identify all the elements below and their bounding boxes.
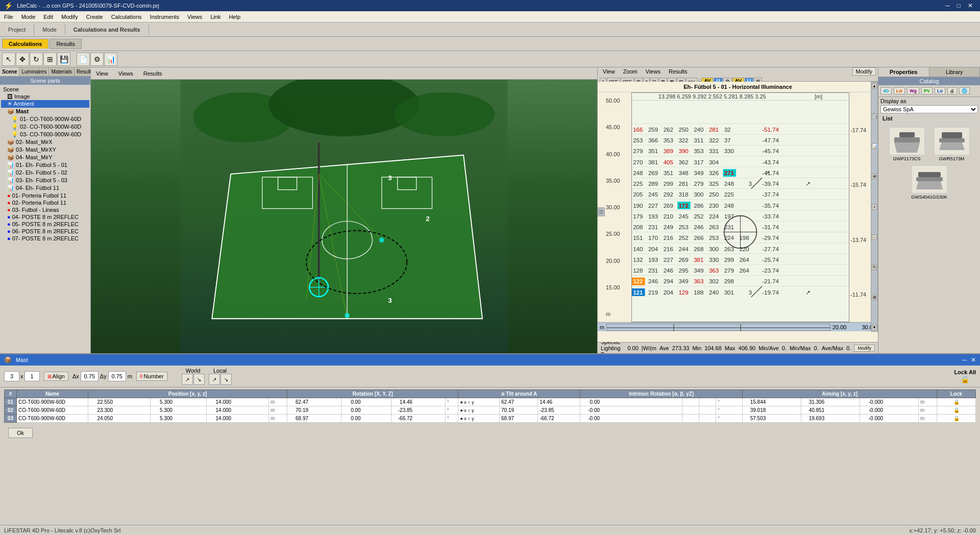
row-1-name-input[interactable] <box>18 399 85 405</box>
local-icon-1[interactable]: ↗ <box>209 374 220 385</box>
tree-co-t600-02[interactable]: 💡 02- CO-T600-900W-60D <box>1 123 89 131</box>
menu-views[interactable]: Views <box>183 13 206 21</box>
row-1-roty-input[interactable] <box>343 399 361 405</box>
scroll-up-btn[interactable]: ▲ <box>872 83 877 89</box>
row-2-aimx-input[interactable] <box>744 407 766 413</box>
maximize-button[interactable]: □ <box>954 1 964 10</box>
scroll-chart-btn[interactable]: 📊 <box>872 143 877 149</box>
scroll-grid-btn[interactable]: ⊞ <box>872 295 877 300</box>
menu-help[interactable]: Help <box>225 13 244 21</box>
row-2-posx-input[interactable] <box>90 407 113 413</box>
row-2-intr-input[interactable] <box>582 407 600 413</box>
delta-x-input[interactable] <box>81 371 99 381</box>
tree-eh-futbol11[interactable]: 📊 04- Eh- Fútbol 11 <box>1 184 89 192</box>
row-3-intr-input[interactable] <box>582 416 600 421</box>
minimize-button[interactable]: ─ <box>942 1 953 10</box>
mast-ok-btn[interactable]: Ok <box>8 428 33 438</box>
row-1-posy-input[interactable] <box>152 399 173 405</box>
scroll-zoom-out-btn[interactable]: - <box>872 234 877 240</box>
row-2-rotx-input[interactable] <box>289 407 308 413</box>
row-1-posx-input[interactable] <box>90 399 113 405</box>
row-2-posz-input[interactable] <box>208 407 231 413</box>
toolbar-copy-btn[interactable]: ⊞ <box>43 53 57 66</box>
scroll-target-btn[interactable]: ⊕ <box>872 174 877 179</box>
close-button[interactable]: ✕ <box>965 1 976 10</box>
catalog-item-gwp2173cs[interactable]: GWP2173CS <box>887 127 927 161</box>
results-view-btn2[interactable]: View <box>600 68 618 75</box>
tree-futbol-lineas[interactable]: ● 03- Futbol - Lineas <box>1 206 89 213</box>
menu-mode[interactable]: Mode <box>17 13 40 21</box>
align-btn[interactable]: ⊞ Align <box>44 372 68 381</box>
tree-mast-miry[interactable]: 📦 04- Mast_MirY <box>1 154 89 161</box>
tree-eh-futbol5-03[interactable]: 📊 03- Eh- Fútbol 5 - 03 <box>1 177 89 184</box>
catalog-item-gws4041gs30k[interactable]: GWS4041GS30K <box>909 165 950 200</box>
breadcrumb-mode[interactable]: Mode <box>34 25 65 35</box>
results-results-btn[interactable]: Results <box>666 68 691 75</box>
views-btn[interactable]: Views <box>115 70 136 77</box>
row-3-aimx-input[interactable] <box>744 416 766 421</box>
tree-mast-mirx[interactable]: 📦 02- Mast_MirX <box>1 138 89 146</box>
row-1-posz-input[interactable] <box>208 399 231 405</box>
tab-calculations[interactable]: Calculations <box>2 39 48 48</box>
mast-minimize-btn[interactable]: ─ <box>962 356 967 363</box>
toolbar-calc-btn[interactable]: ⚙ <box>90 53 104 66</box>
row-1-rotz-input[interactable] <box>393 399 412 405</box>
icon-lo[interactable]: Lo <box>935 87 945 94</box>
tree-image[interactable]: 🖼 Image <box>1 93 89 100</box>
toolbar-chart-btn[interactable]: 📊 <box>104 53 117 66</box>
tree-mast-mirxy[interactable]: 📦 03- Mast_MirXY <box>1 146 89 154</box>
props-tab-library[interactable]: Library <box>929 67 981 77</box>
number-btn[interactable]: # Number <box>136 372 167 381</box>
row-2-roty-input[interactable] <box>343 407 361 413</box>
row-3-posz-input[interactable] <box>208 416 231 421</box>
scroll-zoom-in-btn[interactable]: + <box>872 204 877 210</box>
local-icon-2[interactable]: ↘ <box>220 374 232 385</box>
icon-wg[interactable]: Wg <box>907 87 919 94</box>
tree-poste-06[interactable]: ● 06- POSTE 8 m 2REFLEC <box>1 228 89 235</box>
row-2-rotz-input[interactable] <box>393 407 412 413</box>
row-3-posy-input[interactable] <box>152 416 173 421</box>
icon-web[interactable]: 🌐 <box>959 87 970 94</box>
modify-btn[interactable]: Modify <box>854 345 875 352</box>
toolbar-doc-btn[interactable]: 📄 <box>77 53 90 66</box>
scroll-rotate-btn[interactable]: ↻ <box>872 264 877 270</box>
menu-instruments[interactable]: Instruments <box>146 13 183 21</box>
tree-eh-futbol5-01[interactable]: 📊 01- Eh- Fútbol 5 - 01 <box>1 161 89 169</box>
row-1-aimx-input[interactable] <box>744 399 766 405</box>
tree-poste-05[interactable]: ● 05- POSTE 8 m 2REFLEC <box>1 221 89 228</box>
row-3-aimy-input[interactable] <box>803 416 824 421</box>
tree-scene-root[interactable]: Scene <box>1 86 89 93</box>
grid-x-input[interactable] <box>4 371 19 381</box>
menu-edit[interactable]: Edit <box>39 13 57 21</box>
view-btn[interactable]: View <box>93 70 111 77</box>
row-3-rotx-input[interactable] <box>289 416 308 421</box>
tree-porteria-11-02[interactable]: ● 02- Porteria Futbol 11 <box>1 199 89 206</box>
row-2-aimz-input[interactable] <box>862 407 883 413</box>
row-3-aimz-input[interactable] <box>862 416 883 421</box>
mast-close-btn[interactable]: ✕ <box>971 356 976 363</box>
tab-results[interactable]: Results <box>50 39 82 49</box>
delta-y-input[interactable] <box>108 371 126 381</box>
toolbar-save-btn[interactable]: 💾 <box>57 53 70 66</box>
side-collapse-btn[interactable] <box>598 208 605 216</box>
3d-viewport[interactable]: 2 3 3 <box>91 80 597 353</box>
tree-eh-futbol5-02[interactable]: 📊 02- Eh- Fútbol 5 - 02 <box>1 169 89 177</box>
icon-print[interactable]: 🖨 <box>947 87 957 94</box>
toolbar-cursor-btn[interactable]: ↖ <box>2 53 15 66</box>
row-2-aimy-input[interactable] <box>803 407 824 413</box>
tree-poste-04[interactable]: ● 04- POSTE 8 m 2REFLEC <box>1 213 89 221</box>
row-1-rotx-input[interactable] <box>289 399 308 405</box>
catalog-item-gwr5173m[interactable]: GWR5173M <box>932 127 972 161</box>
world-icon-2[interactable]: ↘ <box>193 374 205 385</box>
row-3-roty-input[interactable] <box>343 416 361 421</box>
scroll-down-btn[interactable]: ▼ <box>872 325 877 330</box>
menu-file[interactable]: File <box>0 13 17 21</box>
results-view-btn[interactable]: Results <box>140 70 165 77</box>
icon-lw[interactable]: Lw <box>894 87 905 94</box>
scroll-search-btn[interactable]: 🔍 <box>872 113 877 119</box>
row-2-name-input[interactable] <box>18 407 85 413</box>
tree-ambient[interactable]: ☀ Ambient <box>1 100 89 108</box>
results-views-btn[interactable]: Views <box>643 68 664 75</box>
row-3-posx-input[interactable] <box>90 416 113 421</box>
results-zoom-btn[interactable]: Zoom <box>620 68 641 75</box>
